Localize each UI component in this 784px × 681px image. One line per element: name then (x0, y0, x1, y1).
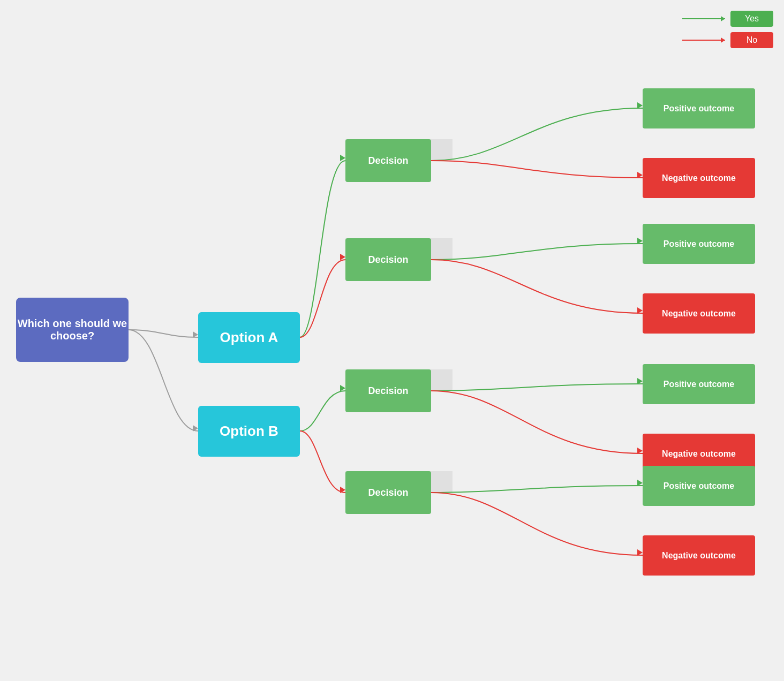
outcome-3-label: Positive outcome (664, 239, 734, 249)
legend-no: No (682, 32, 773, 48)
outcome-2-label: Negative outcome (662, 173, 736, 183)
yes-label: Yes (730, 11, 773, 27)
decision-3-label: Decision (368, 385, 408, 397)
legend-yes: Yes (682, 11, 773, 27)
decision-3-node[interactable]: Decision (345, 369, 431, 412)
outcome-1-label: Positive outcome (664, 104, 734, 113)
outcome-3-node: Positive outcome (643, 224, 755, 264)
option-b-node[interactable]: Option B (198, 406, 300, 457)
svg-marker-7 (637, 172, 643, 178)
yes-line-icon (682, 18, 725, 19)
decision-4-node[interactable]: Decision (345, 471, 431, 514)
outcome-4-node: Negative outcome (643, 293, 755, 334)
diagram-canvas: Yes No Which one should we choose? Optio… (0, 0, 784, 681)
svg-marker-12 (637, 480, 643, 486)
svg-marker-11 (637, 448, 643, 454)
svg-marker-2 (340, 155, 345, 161)
outcome-5-node: Positive outcome (643, 364, 755, 404)
no-line-icon (682, 40, 725, 41)
outcome-5-label: Positive outcome (664, 380, 734, 389)
root-label: Which one should we choose? (16, 317, 129, 342)
outcome-7-node: Positive outcome (643, 466, 755, 506)
svg-marker-10 (637, 378, 643, 384)
svg-marker-3 (340, 254, 345, 260)
svg-marker-0 (193, 331, 198, 338)
outcome-8-label: Negative outcome (662, 551, 736, 561)
decision-1-label: Decision (368, 155, 408, 167)
svg-marker-6 (637, 102, 643, 109)
decision-4-label: Decision (368, 487, 408, 498)
option-a-label: Option A (220, 329, 278, 346)
decision-2-label: Decision (368, 254, 408, 266)
svg-marker-13 (637, 549, 643, 556)
svg-marker-5 (340, 487, 345, 493)
outcome-2-node: Negative outcome (643, 158, 755, 198)
outcome-7-label: Positive outcome (664, 481, 734, 491)
no-label: No (730, 32, 773, 48)
svg-marker-8 (637, 238, 643, 244)
decision-2-node[interactable]: Decision (345, 238, 431, 281)
option-b-label: Option B (220, 423, 278, 440)
outcome-6-label: Negative outcome (662, 449, 736, 459)
svg-marker-4 (340, 385, 345, 391)
svg-marker-9 (637, 307, 643, 314)
svg-marker-1 (193, 425, 198, 432)
root-node[interactable]: Which one should we choose? (16, 298, 129, 362)
outcome-1-node: Positive outcome (643, 88, 755, 128)
legend: Yes No (682, 11, 773, 48)
outcome-8-node: Negative outcome (643, 535, 755, 576)
option-a-node[interactable]: Option A (198, 312, 300, 363)
decision-1-node[interactable]: Decision (345, 139, 431, 182)
outcome-4-label: Negative outcome (662, 309, 736, 319)
